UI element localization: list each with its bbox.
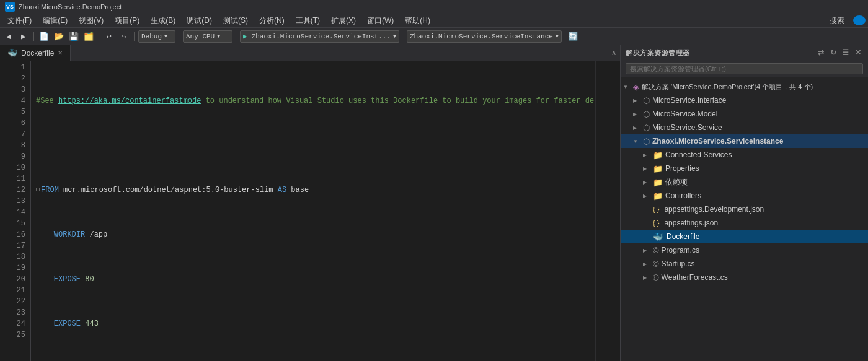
model-expand-icon: ▶ — [633, 111, 640, 117]
code-line-4: WORKDIR /app — [36, 229, 590, 240]
menu-project[interactable]: 项目(P) — [110, 14, 144, 27]
platform-dropdown[interactable]: Any CPU ▼ — [183, 30, 232, 43]
solution-label: 解决方案 'MicroService.DemoProject'(4 个项目，共 … — [642, 82, 813, 92]
weather-cs-icon: © — [653, 273, 659, 282]
sidebar-sync-icon[interactable]: ⇄ — [816, 48, 826, 58]
tree-appsettings-dev[interactable]: { } appsettings.Development.json — [621, 202, 868, 216]
save-btn[interactable]: 💾 — [68, 30, 80, 43]
collapse-editor-btn[interactable]: ∧ — [608, 45, 620, 61]
solution-expand-icon: ▼ — [623, 84, 631, 90]
sidebar-search-input[interactable] — [626, 63, 863, 74]
toolbar: ◀ ▶ 📄 📂 💾 🗂️ ↩ ↪ Debug ▼ Any CPU ▼ ▶ Zha… — [0, 27, 868, 45]
appsettings-icon: { } — [653, 219, 659, 227]
program-cs-label: Program.cs — [662, 246, 699, 254]
startup-expand-icon: ▶ — [643, 261, 650, 267]
tree-startup-cs[interactable]: ▶ © Startup.cs — [621, 257, 868, 271]
redo-btn[interactable]: ↪ — [118, 30, 130, 43]
program-cs-icon: © — [653, 246, 659, 255]
tree-service-project[interactable]: ▶ ⬡ MicroService.Service — [621, 121, 868, 134]
appsettings-dev-icon: { } — [653, 206, 659, 213]
sidebar-header: 解决方案资源管理器 ⇄ ↻ ☰ ✕ — [621, 45, 868, 61]
menu-build[interactable]: 生成(B) — [146, 14, 180, 27]
deps-folder-icon: 📁 — [653, 178, 663, 187]
undo-btn[interactable]: ↩ — [103, 30, 115, 43]
menu-tools[interactable]: 工具(T) — [291, 14, 325, 27]
editor-container: 🐳 Dockerfile ✕ ∧ 1 2 3 4 5 6 7 8 9 10 11… — [0, 45, 620, 361]
tree-connected-services[interactable]: ▶ 📁 Connected Services — [621, 148, 868, 162]
tree-dependencies[interactable]: ▶ 📁 依赖项 — [621, 175, 868, 189]
tree-weatherforecast-cs[interactable]: ▶ © WeatherForecast.cs — [621, 271, 868, 284]
menu-search[interactable]: 搜索 — [825, 14, 849, 27]
sidebar-search-box — [621, 61, 868, 77]
debug-mode-dropdown[interactable]: Debug ▼ — [138, 30, 175, 43]
solution-explorer: 解决方案资源管理器 ⇄ ↻ ☰ ✕ ▼ ◈ 解决方案 'MicroService… — [620, 45, 868, 361]
tree-program-cs[interactable]: ▶ © Program.cs — [621, 243, 868, 257]
run-icon: ▶ — [243, 32, 247, 40]
menu-help[interactable]: 帮助(H) — [400, 14, 435, 27]
appsettings-label: appsettings.json — [664, 219, 718, 227]
appsettings-dev-label: appsettings.Development.json — [664, 205, 764, 214]
weather-cs-label: WeatherForecast.cs — [662, 273, 728, 282]
dockerfile-tree-icon: 🐳 — [653, 232, 663, 241]
menu-extensions[interactable]: 扩展(X) — [326, 14, 361, 27]
tree-solution-root[interactable]: ▼ ◈ 解决方案 'MicroService.DemoProject'(4 个项… — [621, 80, 868, 94]
dockerfile-tab[interactable]: 🐳 Dockerfile ✕ — [0, 45, 71, 61]
sidebar-close-icon[interactable]: ✕ — [853, 48, 863, 58]
refresh-btn[interactable]: 🔄 — [567, 30, 579, 43]
menu-edit[interactable]: 编辑(E) — [38, 14, 73, 27]
tree-appsettings[interactable]: { } appsettings.json — [621, 216, 868, 230]
interface-proj-icon: ⬡ — [643, 96, 650, 105]
menu-debug[interactable]: 调试(D) — [182, 14, 217, 27]
title-bar: VS Zhaoxi.MicroService.DemoProject — [0, 0, 868, 14]
model-proj-icon: ⬡ — [643, 110, 650, 119]
menu-bar: 文件(F) 编辑(E) 视图(V) 项目(P) 生成(B) 调试(D) 测试(S… — [0, 14, 868, 27]
tree-interface-project[interactable]: ▶ ⬡ MicroService.Interface — [621, 94, 868, 107]
menu-view[interactable]: 视图(V) — [74, 14, 108, 27]
sep3 — [134, 32, 135, 41]
menu-analyze[interactable]: 分析(N) — [254, 14, 290, 27]
user-avatar — [853, 15, 866, 25]
solution-icon: ◈ — [633, 82, 639, 92]
tab-close-btn[interactable]: ✕ — [58, 50, 63, 56]
weather-expand-icon: ▶ — [643, 275, 650, 281]
sep1 — [33, 32, 34, 41]
instance-dropdown[interactable]: Zhaoxi.MicroService.ServiceInstance ▼ — [407, 30, 562, 43]
tree-controllers[interactable]: ▶ 📁 Controllers — [621, 189, 868, 202]
code-line-2 — [36, 140, 590, 151]
save-all-btn[interactable]: 🗂️ — [82, 30, 95, 43]
open-btn[interactable]: 📂 — [53, 30, 65, 43]
sidebar-header-icons: ⇄ ↻ ☰ ✕ — [816, 48, 863, 58]
interface-label: MicroService.Interface — [652, 96, 726, 105]
sidebar-refresh-icon[interactable]: ↻ — [828, 48, 838, 58]
sidebar-filter-icon[interactable]: ☰ — [841, 48, 851, 58]
tree-dockerfile[interactable]: 🐳 Dockerfile — [621, 230, 868, 243]
tree-serviceinstance-project[interactable]: ▼ ⬡ Zhaoxi.MicroService.ServiceInstance — [621, 134, 868, 148]
dockerfile-label: Dockerfile — [666, 232, 699, 241]
platform-arrow-icon: ▼ — [217, 33, 220, 39]
menu-file[interactable]: 文件(F) — [2, 14, 37, 27]
controllers-label: Controllers — [665, 191, 701, 200]
interface-expand-icon: ▶ — [633, 98, 640, 103]
new-btn[interactable]: 📄 — [38, 30, 50, 43]
startup-cs-label: Startup.cs — [662, 259, 695, 268]
serviceinstance-expand-icon: ▼ — [633, 139, 640, 144]
line-numbers: 1 2 3 4 5 6 7 8 9 10 11 12 13 14 15 16 1… — [0, 61, 31, 361]
code-area[interactable]: 1 2 3 4 5 6 7 8 9 10 11 12 13 14 15 16 1… — [0, 61, 620, 361]
tree-properties[interactable]: ▶ 📁 Properties — [621, 162, 868, 175]
code-line-3: ⊟FROM mcr.microsoft.com/dotnet/aspnet:5.… — [36, 185, 590, 196]
instance-arrow-icon: ▼ — [556, 33, 559, 39]
props-label: Properties — [665, 164, 699, 173]
menu-window[interactable]: 窗口(W) — [362, 14, 399, 27]
minimap — [595, 61, 620, 361]
code-line-5: EXPOSE 80 — [36, 274, 590, 285]
forward-btn[interactable]: ▶ — [17, 30, 30, 43]
code-line-1: #See https://aka.ms/containerfastmode to… — [36, 95, 590, 107]
controllers-folder-icon: 📁 — [653, 191, 663, 201]
code-editor[interactable]: #See https://aka.ms/containerfastmode to… — [31, 61, 595, 361]
connected-folder-icon: 📁 — [653, 150, 663, 160]
tree-model-project[interactable]: ▶ ⬡ MicroService.Model — [621, 107, 868, 121]
serviceinstance-label: Zhaoxi.MicroService.ServiceInstance — [652, 137, 783, 146]
menu-test[interactable]: 测试(S) — [218, 14, 253, 27]
project-dropdown[interactable]: ▶ Zhaoxi.MicroService.ServiceInst... ▼ — [240, 30, 399, 43]
back-btn[interactable]: ◀ — [2, 30, 15, 43]
